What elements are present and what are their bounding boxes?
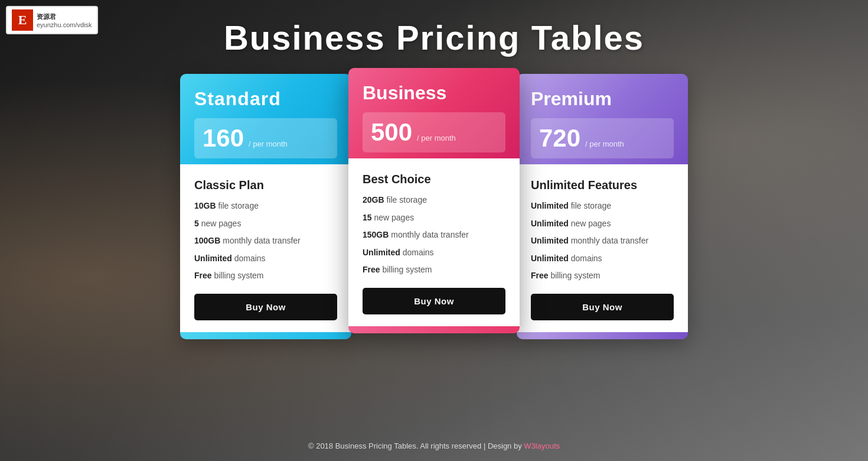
standard-feature-5-bold: Free bbox=[194, 271, 212, 280]
main-content: Business Pricing Tables Standard 160 / p… bbox=[0, 0, 868, 461]
business-price-period: / per month bbox=[417, 134, 456, 142]
premium-plan-name: Unlimited Features bbox=[531, 178, 674, 192]
standard-feature-5-text: billing system bbox=[214, 271, 263, 280]
premium-feature-1: Unlimited file storage bbox=[531, 200, 674, 212]
watermark-e-letter: E bbox=[12, 9, 33, 31]
premium-feature-4-bold: Unlimited bbox=[531, 254, 569, 263]
standard-price-number: 160 bbox=[203, 124, 244, 152]
business-buy-button[interactable]: Buy Now bbox=[363, 288, 505, 314]
premium-price-period: / per month bbox=[585, 139, 624, 148]
premium-feature-2: Unlimited new pages bbox=[531, 218, 674, 230]
standard-feature-3-bold: 100GB bbox=[194, 236, 220, 245]
card-business-bottom: Best Choice 20GB file storage 15 new pag… bbox=[348, 158, 520, 326]
standard-price-box: 160 / per month bbox=[194, 118, 337, 158]
watermark-line2: eyunzhu.com/vdisk bbox=[37, 21, 92, 28]
business-feature-1-text: file storage bbox=[386, 195, 426, 204]
business-feature-4: Unlimited domains bbox=[363, 247, 505, 259]
standard-feature-4-text: domains bbox=[234, 254, 266, 263]
premium-feature-3-text: monthly data transfer bbox=[571, 236, 649, 245]
business-feature-5-text: billing system bbox=[382, 265, 432, 274]
business-price-box: 500 / per month bbox=[363, 112, 505, 152]
business-feature-1: 20GB file storage bbox=[363, 194, 505, 206]
standard-feature-3-text: monthly data transfer bbox=[223, 236, 301, 245]
premium-price-box: 720 / per month bbox=[531, 118, 674, 158]
premium-feature-5: Free billing system bbox=[531, 270, 674, 282]
business-feature-3-bold: 150GB bbox=[363, 230, 389, 239]
business-card-footer bbox=[348, 326, 520, 333]
footer-text: © 2018 Business Pricing Tables. All righ… bbox=[308, 441, 524, 450]
premium-feature-4-text: domains bbox=[571, 254, 602, 263]
standard-feature-4-bold: Unlimited bbox=[194, 254, 232, 263]
premium-feature-5-text: billing system bbox=[550, 271, 600, 280]
standard-feature-1: 10GB file storage bbox=[194, 200, 337, 212]
card-standard: Standard 160 / per month Classic Plan 10… bbox=[180, 74, 351, 339]
premium-feature-5-bold: Free bbox=[531, 271, 549, 280]
card-premium-top: Premium 720 / per month bbox=[517, 74, 688, 164]
business-feature-3: 150GB monthly data transfer bbox=[363, 229, 505, 241]
business-feature-2-text: new pages bbox=[374, 213, 414, 222]
standard-card-footer bbox=[180, 332, 351, 339]
watermark-text: 资源君 eyunzhu.com/vdisk bbox=[37, 12, 92, 28]
premium-feature-2-text: new pages bbox=[571, 219, 611, 228]
business-feature-3-text: monthly data transfer bbox=[391, 230, 469, 239]
business-feature-2: 15 new pages bbox=[363, 212, 505, 224]
footer: © 2018 Business Pricing Tables. All righ… bbox=[0, 441, 868, 450]
card-business-top: Business 500 / per month bbox=[348, 68, 520, 158]
premium-feature-1-text: file storage bbox=[571, 201, 611, 210]
premium-feature-3: Unlimited monthly data transfer bbox=[531, 235, 674, 247]
watermark-line1: 资源君 bbox=[37, 12, 92, 21]
premium-feature-2-bold: Unlimited bbox=[531, 219, 569, 228]
business-plan-title: Business bbox=[363, 82, 505, 104]
business-feature-2-bold: 15 bbox=[363, 213, 372, 222]
standard-plan-title: Standard bbox=[194, 88, 337, 110]
card-standard-top: Standard 160 / per month bbox=[180, 74, 351, 164]
watermark-logo: E 资源君 eyunzhu.com/vdisk bbox=[6, 6, 98, 34]
standard-feature-5: Free billing system bbox=[194, 270, 337, 282]
business-feature-5: Free billing system bbox=[363, 264, 505, 276]
standard-plan-name: Classic Plan bbox=[194, 178, 337, 192]
standard-feature-2-bold: 5 bbox=[194, 219, 199, 228]
premium-card-footer bbox=[517, 332, 688, 339]
premium-buy-button[interactable]: Buy Now bbox=[531, 294, 674, 320]
standard-feature-3: 100GB monthly data transfer bbox=[194, 235, 337, 247]
pricing-cards-row: Standard 160 / per month Classic Plan 10… bbox=[0, 74, 868, 339]
page-title: Business Pricing Tables bbox=[224, 18, 644, 57]
premium-price-number: 720 bbox=[539, 124, 580, 152]
business-plan-name: Best Choice bbox=[363, 173, 505, 186]
business-feature-4-text: domains bbox=[403, 248, 434, 257]
standard-feature-1-bold: 10GB bbox=[194, 201, 216, 210]
standard-price-period: / per month bbox=[249, 139, 288, 148]
standard-feature-4: Unlimited domains bbox=[194, 253, 337, 265]
business-feature-1-bold: 20GB bbox=[363, 195, 384, 204]
premium-feature-4: Unlimited domains bbox=[531, 253, 674, 265]
business-feature-5-bold: Free bbox=[363, 265, 380, 274]
card-premium: Premium 720 / per month Unlimited Featur… bbox=[517, 74, 688, 339]
business-price-number: 500 bbox=[371, 118, 412, 147]
footer-link[interactable]: W3layouts bbox=[524, 441, 560, 450]
standard-feature-2: 5 new pages bbox=[194, 218, 337, 230]
card-premium-bottom: Unlimited Features Unlimited file storag… bbox=[517, 164, 688, 332]
premium-plan-title: Premium bbox=[531, 88, 674, 110]
business-feature-4-bold: Unlimited bbox=[363, 248, 400, 257]
standard-feature-1-text: file storage bbox=[218, 201, 258, 210]
premium-feature-1-bold: Unlimited bbox=[531, 201, 569, 210]
card-business: Business 500 / per month Best Choice 20G… bbox=[348, 68, 520, 333]
premium-feature-3-bold: Unlimited bbox=[531, 236, 569, 245]
standard-feature-2-text: new pages bbox=[201, 219, 242, 228]
standard-buy-button[interactable]: Buy Now bbox=[194, 294, 337, 320]
card-standard-bottom: Classic Plan 10GB file storage 5 new pag… bbox=[180, 164, 351, 332]
